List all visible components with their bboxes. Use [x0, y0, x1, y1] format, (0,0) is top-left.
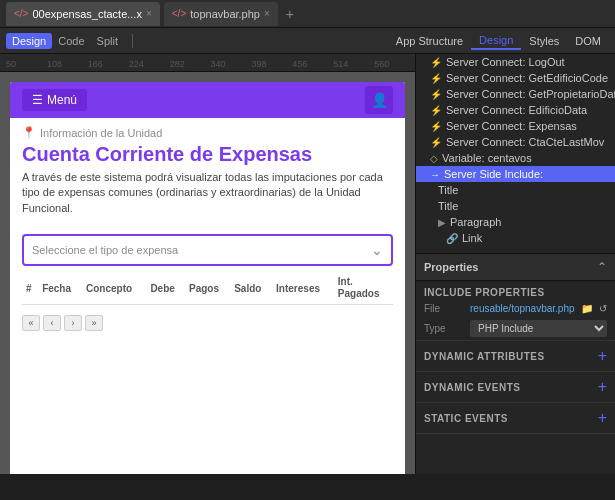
- col-fecha: Fecha: [38, 272, 82, 305]
- tree-item-variable-centavos[interactable]: ◇ Variable: centavos: [416, 150, 615, 166]
- tree-item-title-1[interactable]: Title: [416, 182, 615, 198]
- ruler-mark-1: 50: [6, 59, 47, 69]
- file-refresh-icon[interactable]: ↺: [599, 303, 607, 314]
- app-structure-tab[interactable]: App Structure: [388, 32, 471, 50]
- split-tab-btn[interactable]: Split: [91, 33, 124, 49]
- file-value: reusable/topnavbar.php: [470, 303, 575, 314]
- code-tab-btn[interactable]: Code: [52, 33, 90, 49]
- canvas-content: ☰ Menú 👤 📍 Información de la Unidad Cuen…: [10, 82, 405, 474]
- tree-item-paragraph[interactable]: ▶ Paragraph: [416, 214, 615, 230]
- file-edit-icon[interactable]: 📁: [581, 303, 593, 314]
- tab-label: 00expensas_ctacte...x: [32, 8, 141, 20]
- col-hash: #: [22, 272, 38, 305]
- tab-label-2: topnavbar.php: [190, 8, 260, 20]
- dynamic-attributes-label: DYNAMIC ATTRIBUTES: [424, 351, 545, 362]
- table-header-row: # Fecha Concepto Debe Pagos Saldo Intere…: [22, 272, 393, 305]
- tab-close-icon-2[interactable]: ×: [264, 8, 270, 19]
- ruler-mark-10: 560: [374, 59, 415, 69]
- menu-label: Menú: [47, 93, 77, 107]
- tree-item-logout[interactable]: ⚡ Server Connect: LogOut: [416, 54, 615, 70]
- variable-icon: ◇: [430, 153, 438, 164]
- properties-section: Properties ⌃ INCLUDE PROPERTIES File reu…: [416, 254, 615, 474]
- toolbar-separator: [132, 34, 133, 48]
- include-properties-block: INCLUDE PROPERTIES File reusable/topnavb…: [416, 281, 615, 341]
- dropdown-arrow-icon: ⌄: [371, 242, 383, 258]
- type-property-row: Type PHP Include HTML Include: [416, 317, 615, 340]
- tree-item-expensas[interactable]: ⚡ Server Connect: Expensas: [416, 118, 615, 134]
- dynamic-events-header[interactable]: DYNAMIC EVENTS +: [416, 372, 615, 402]
- server-connect-icon-5: ⚡: [430, 121, 442, 132]
- dynamic-attributes-header[interactable]: DYNAMIC ATTRIBUTES +: [416, 341, 615, 371]
- tree-item-link[interactable]: 🔗 Link: [416, 230, 615, 246]
- tree-item-edificiodata[interactable]: ⚡ Server Connect: EdificioData: [416, 102, 615, 118]
- add-tab-button[interactable]: +: [282, 6, 298, 22]
- dynamic-events-block: DYNAMIC EVENTS +: [416, 372, 615, 403]
- styles-tab[interactable]: Styles: [521, 32, 567, 50]
- menu-button[interactable]: ☰ Menú: [22, 89, 87, 111]
- ruler-marks: 50 108 166 224 282 340 398 456 514 560: [0, 59, 415, 69]
- dropdown-label: Seleccione el tipo de expensa: [32, 244, 178, 256]
- user-icon-button[interactable]: 👤: [365, 86, 393, 114]
- server-connect-icon: ⚡: [430, 57, 442, 68]
- paragraph-arrow-icon: ▶: [438, 217, 446, 228]
- design-right-tab[interactable]: Design: [471, 32, 521, 50]
- col-concepto: Concepto: [82, 272, 146, 305]
- ruler: 50 108 166 224 282 340 398 456 514 560: [0, 54, 415, 72]
- type-dropdown[interactable]: PHP Include HTML Include: [470, 320, 607, 337]
- dynamic-events-add-icon[interactable]: +: [598, 378, 607, 396]
- ruler-mark-2: 108: [47, 59, 88, 69]
- static-events-block: STATIC EVENTS +: [416, 403, 615, 434]
- properties-header: Properties ⌃: [416, 254, 615, 281]
- tab-code-icon: </>: [14, 8, 28, 19]
- last-page-btn[interactable]: »: [85, 315, 103, 331]
- tab-code-icon-2: </>: [172, 8, 186, 19]
- ruler-mark-7: 398: [251, 59, 292, 69]
- page-subtitle: 📍 Información de la Unidad: [22, 126, 393, 139]
- location-icon: 📍: [22, 126, 36, 139]
- tab-expensas[interactable]: </> 00expensas_ctacte...x ×: [6, 2, 160, 26]
- file-property-row: File reusable/topnavbar.php 📁 ↺: [416, 300, 615, 317]
- first-page-btn[interactable]: «: [22, 315, 40, 331]
- dynamic-attributes-add-icon[interactable]: +: [598, 347, 607, 365]
- right-nav-tabs: App Structure Design Styles DOM: [388, 32, 609, 50]
- col-intereses: Intereses: [272, 272, 334, 305]
- file-label: File: [424, 303, 464, 314]
- ruler-mark-8: 456: [292, 59, 333, 69]
- col-debe: Debe: [146, 272, 185, 305]
- top-bar: </> 00expensas_ctacte...x × </> topnavba…: [0, 0, 615, 28]
- static-events-label: STATIC EVENTS: [424, 413, 508, 424]
- canvas-area: 50 108 166 224 282 340 398 456 514 560 ☰…: [0, 54, 415, 474]
- next-page-btn[interactable]: ›: [64, 315, 82, 331]
- tree-item-getpropietariodata[interactable]: ⚡ Server Connect: GetPropietarioData: [416, 86, 615, 102]
- prev-page-btn[interactable]: ‹: [43, 315, 61, 331]
- properties-collapse-icon[interactable]: ⌃: [597, 260, 607, 274]
- page-description: A través de este sistema podrá visualiza…: [22, 170, 393, 216]
- pagination: « ‹ › »: [10, 311, 405, 335]
- tab-close-icon[interactable]: ×: [146, 8, 152, 19]
- tree-item-getedificiocode[interactable]: ⚡ Server Connect: GetEdificioCode: [416, 70, 615, 86]
- static-events-header[interactable]: STATIC EVENTS +: [416, 403, 615, 433]
- include-properties-label: INCLUDE PROPERTIES: [416, 281, 615, 300]
- tree-item-ctactelastmov[interactable]: ⚡ Server Connect: CtaCteLastMov: [416, 134, 615, 150]
- dom-tab[interactable]: DOM: [567, 32, 609, 50]
- dynamic-attributes-block: DYNAMIC ATTRIBUTES +: [416, 341, 615, 372]
- server-connect-icon-4: ⚡: [430, 105, 442, 116]
- menu-lines-icon: ☰: [32, 93, 43, 107]
- static-events-add-icon[interactable]: +: [598, 409, 607, 427]
- link-icon: 🔗: [446, 233, 458, 244]
- subtitle-text: Información de la Unidad: [40, 127, 162, 139]
- design-tab-btn[interactable]: Design: [6, 33, 52, 49]
- server-connect-icon-3: ⚡: [430, 89, 442, 100]
- page-title-area: 📍 Información de la Unidad Cuenta Corrie…: [10, 118, 405, 228]
- tab-topnavbar[interactable]: </> topnavbar.php ×: [164, 2, 278, 26]
- design-code-tabs: Design Code Split: [6, 33, 124, 49]
- tree-item-title-2[interactable]: Title: [416, 198, 615, 214]
- expense-type-dropdown[interactable]: Seleccione el tipo de expensa ⌄: [22, 234, 393, 266]
- ruler-mark-3: 166: [88, 59, 129, 69]
- tree-item-server-side-include[interactable]: → Server Side Include:: [416, 166, 615, 182]
- server-connect-icon-6: ⚡: [430, 137, 442, 148]
- main-layout: 50 108 166 224 282 340 398 456 514 560 ☰…: [0, 54, 615, 474]
- tree-section: ⚡ Server Connect: LogOut ⚡ Server Connec…: [416, 54, 615, 254]
- type-label: Type: [424, 323, 464, 334]
- right-panel: ⚡ Server Connect: LogOut ⚡ Server Connec…: [415, 54, 615, 474]
